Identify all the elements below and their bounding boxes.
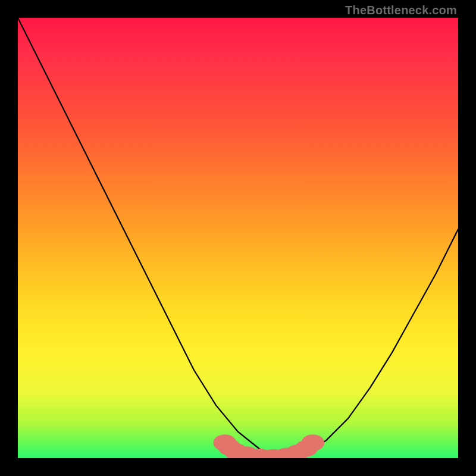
watermark-text: TheBottleneck.com (345, 4, 457, 17)
bottleneck-curve (18, 18, 458, 458)
curve-svg (18, 18, 458, 458)
chart-frame: TheBottleneck.com (0, 0, 476, 476)
marker-point (301, 434, 324, 451)
curve-markers (213, 434, 324, 458)
plot-area (18, 18, 458, 458)
